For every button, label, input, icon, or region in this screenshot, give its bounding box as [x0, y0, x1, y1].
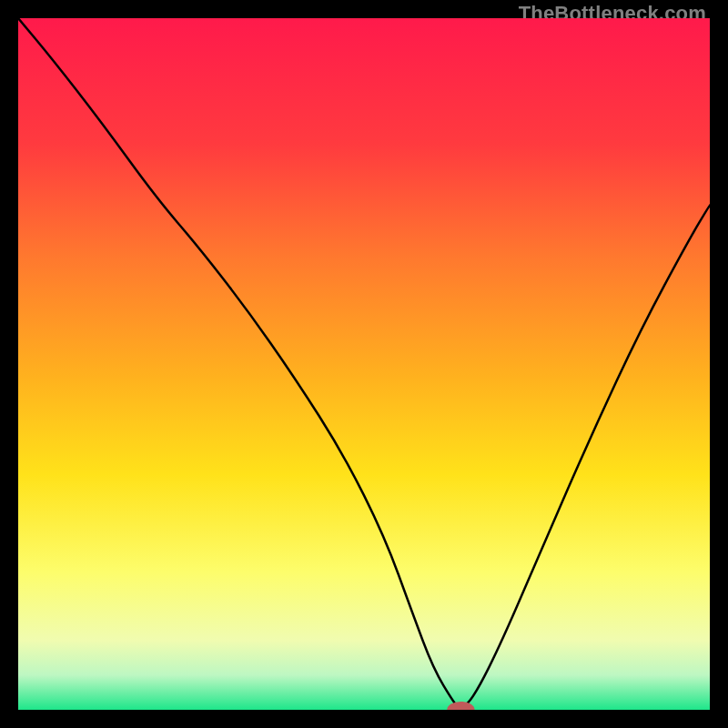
- chart-container: TheBottleneck.com: [0, 0, 728, 728]
- chart-background: [18, 18, 710, 710]
- chart-svg: [18, 18, 710, 710]
- plot-area: [18, 18, 710, 710]
